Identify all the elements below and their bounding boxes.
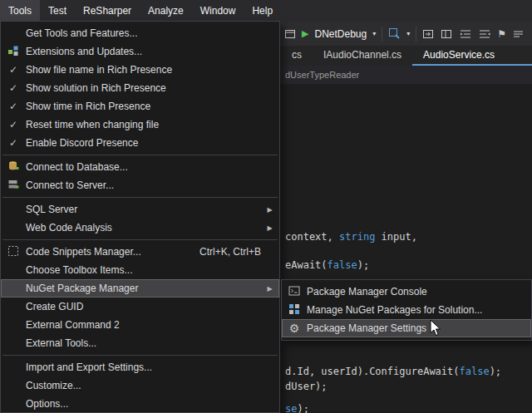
menu-separator: [2, 197, 278, 198]
menu-resharper[interactable]: ReSharper: [75, 0, 140, 22]
console-icon: [288, 285, 300, 299]
menu-window[interactable]: Window: [192, 0, 244, 22]
code-token: d.Id, userId).ConfigureAwait(: [285, 366, 460, 377]
menu-item-show-file-name-rich-presence[interactable]: ✓ Show file name in Rich Presence: [1, 61, 279, 79]
menu-item-external-tools[interactable]: External Tools...: [1, 334, 279, 352]
menu-item-label: Web Code Analysis: [26, 222, 264, 234]
indent-increase-icon[interactable]: [478, 28, 491, 40]
code-token: false: [328, 259, 357, 271]
menu-item-label: Get Tools and Features...: [26, 27, 276, 39]
code-token: context,: [285, 231, 339, 243]
menu-item-choose-toolbox-items[interactable]: Choose Toolbox Items...: [1, 261, 279, 279]
menu-analyze[interactable]: Analyze: [140, 0, 192, 22]
menu-item-nuget-package-manager[interactable]: NuGet Package Manager ▶: [1, 279, 279, 297]
toolbar-separator: [416, 27, 416, 42]
menu-item-label: Create GUID: [26, 301, 276, 312]
menu-item-package-manager-settings[interactable]: ⚙ Package Manager Settings: [282, 319, 531, 337]
menu-item-label: Connect to Database...: [26, 161, 276, 173]
menu-item-customize[interactable]: Customize...: [1, 376, 279, 395]
menu-item-connect-to-database[interactable]: Connect to Database...: [1, 158, 279, 176]
menu-item-sql-server[interactable]: SQL Server ▶: [1, 200, 279, 219]
chevron-down-icon[interactable]: ▾: [372, 30, 376, 37]
code-line: se);: [285, 403, 309, 413]
menu-item-extensions-and-updates[interactable]: Extensions and Updates...: [1, 42, 279, 61]
menu-tools-label: Tools: [8, 5, 32, 17]
toolbar-separator: [382, 27, 382, 42]
watch-icon[interactable]: [388, 27, 401, 40]
menu-item-label: Code Snippets Manager...: [26, 246, 200, 258]
tab-iaudiochannel[interactable]: IAudioChannel.cs: [313, 46, 412, 66]
tab-label: IAudioChannel.cs: [323, 49, 401, 61]
debug-target-label[interactable]: DNetDebug: [314, 28, 367, 40]
checkmark-icon: ✓: [9, 119, 17, 130]
menu-item-label: Show time in Rich Presence: [26, 101, 276, 112]
menu-help[interactable]: Help: [244, 0, 281, 22]
menu-item-shortcut: Ctrl+K, Ctrl+B: [200, 246, 261, 258]
snippets-icon: [7, 245, 19, 259]
menu-item-web-code-analysis[interactable]: Web Code Analysis ▶: [1, 219, 279, 237]
submenu-arrow-icon: ▶: [264, 206, 276, 214]
menu-item-connect-to-server[interactable]: Connect to Server...: [1, 176, 279, 194]
load-layout-icon[interactable]: [422, 28, 435, 40]
menu-item-label: SQL Server: [26, 204, 264, 215]
extensions-icon: [7, 45, 19, 59]
menu-item-label: Show file name in Rich Presence: [26, 64, 276, 76]
chevron-down-icon[interactable]: ▾: [406, 30, 410, 37]
nuget-submenu: Package Manager Console Manage NuGet Pac…: [281, 279, 532, 341]
menu-test[interactable]: Test: [40, 0, 75, 22]
menu-resharper-label: ReSharper: [83, 5, 131, 17]
menu-item-label: Choose Toolbox Items...: [26, 264, 276, 276]
menu-item-get-tools-and-features[interactable]: Get Tools and Features...: [1, 24, 279, 42]
code-line: d.Id, userId).ConfigureAwait(false);: [285, 366, 501, 377]
menu-separator: [2, 155, 278, 155]
columns-layout-icon[interactable]: [441, 28, 453, 40]
menu-item-label: Enable Discord Presence: [26, 137, 276, 149]
start-debug-icon[interactable]: ▶: [302, 28, 308, 39]
code-line: context, string input,: [285, 231, 417, 243]
code-token: );: [297, 403, 308, 413]
menu-item-label: Import and Export Settings...: [26, 361, 276, 373]
code-line: dUser);: [285, 381, 328, 392]
packages-icon: [288, 303, 300, 317]
code-token: string: [339, 231, 375, 243]
menu-item-show-solution-rich-presence[interactable]: ✓ Show solution in Rich Presence: [1, 79, 279, 97]
code-line: eAwait(false);: [285, 259, 369, 271]
code-token: );: [490, 366, 501, 377]
window-icon[interactable]: [284, 28, 296, 40]
server-icon: [7, 179, 19, 193]
code-token: input,: [375, 231, 417, 243]
menu-item-options[interactable]: Options...: [1, 395, 279, 413]
mouse-cursor: [429, 319, 446, 341]
code-token: );: [357, 259, 369, 271]
menu-item-show-time-rich-presence[interactable]: ✓ Show time in Rich Presence: [1, 97, 279, 116]
menu-item-label: Manage NuGet Packages for Solution...: [307, 304, 528, 316]
tab-audioservice[interactable]: AudioService.cs: [412, 46, 532, 66]
checkmark-icon: ✓: [9, 101, 17, 112]
tab-label: cs: [292, 49, 302, 61]
menu-item-label: Options...: [26, 398, 276, 410]
menu-analyze-label: Analyze: [148, 5, 184, 17]
code-token: false: [460, 366, 490, 377]
indent-decrease-icon[interactable]: [459, 28, 472, 40]
menu-window-label: Window: [200, 5, 236, 17]
menu-item-label: Connect to Server...: [26, 179, 276, 191]
tab-label: AudioService.cs: [423, 49, 495, 61]
tab-partial-cs[interactable]: cs: [281, 46, 313, 66]
menu-item-reset-time-when-changing-file[interactable]: ✓ Reset time when changing file: [1, 116, 279, 134]
submenu-arrow-icon: ▶: [264, 224, 276, 232]
menu-item-manage-nuget-packages-solution[interactable]: Manage NuGet Packages for Solution...: [282, 301, 531, 319]
menu-item-external-command-2[interactable]: External Command 2: [1, 316, 279, 334]
submenu-arrow-icon: ▶: [264, 285, 276, 293]
menu-item-enable-discord-presence[interactable]: ✓ Enable Discord Presence: [1, 134, 279, 152]
menu-tools[interactable]: Tools: [0, 0, 40, 22]
checkmark-icon: ✓: [9, 64, 17, 76]
menu-item-create-guid[interactable]: Create GUID: [1, 297, 279, 316]
menu-item-package-manager-console[interactable]: Package Manager Console: [282, 283, 531, 301]
comment-icon[interactable]: [512, 28, 525, 40]
menu-item-import-export-settings[interactable]: Import and Export Settings...: [1, 358, 279, 376]
menu-item-code-snippets-manager[interactable]: Code Snippets Manager... Ctrl+K, Ctrl+B: [1, 243, 279, 261]
menu-item-label: NuGet Package Manager: [26, 283, 264, 294]
bookmark-icon[interactable]: ⚑: [497, 29, 506, 39]
code-token: se: [285, 403, 297, 413]
menu-item-label: External Tools...: [26, 337, 276, 349]
